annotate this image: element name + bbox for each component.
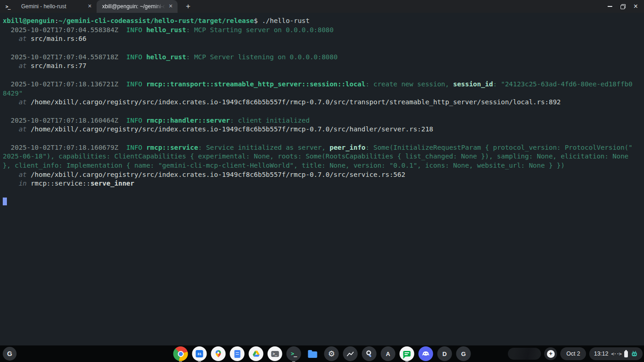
terminal-line: at src/main.rs:66 — [3, 34, 644, 44]
shelf-app-docs[interactable] — [230, 346, 245, 361]
plus-icon: + — [547, 350, 555, 358]
close-window-button[interactable]: × — [629, 0, 642, 13]
network-icon: <··> — [611, 351, 622, 357]
status-area[interactable]: 13:12 <··> — [589, 347, 643, 360]
shelf-app-activity[interactable] — [343, 346, 358, 361]
minimize-button[interactable] — [604, 0, 616, 13]
docs-icon — [234, 350, 240, 358]
tab-inactive[interactable]: Gemini - hello-rust× — [16, 0, 97, 13]
terminal-line: at src/main.rs:77 — [3, 62, 644, 71]
tab-close-button[interactable]: × — [86, 2, 94, 11]
letter-g-icon: G — [461, 351, 466, 357]
discord-icon — [422, 351, 430, 357]
terminal-line: at /home/xbill/.cargo/registry/src/index… — [3, 98, 644, 107]
terminal-line: at /home/xbill/.cargo/registry/src/index… — [3, 125, 644, 134]
shelf-app-app-g[interactable]: G — [456, 346, 471, 361]
terminal-line — [3, 44, 644, 53]
letter-a-icon: A — [386, 351, 390, 357]
restore-button[interactable] — [616, 0, 629, 13]
notification-pill[interactable] — [508, 348, 541, 360]
terminal-icon: >_ — [291, 351, 296, 357]
new-tab-button[interactable]: + — [183, 1, 193, 11]
terminal-line: in rmcp::service::serve_inner — [3, 179, 644, 188]
letter-d-icon: D — [443, 351, 447, 357]
launcher-button[interactable]: G — [3, 347, 17, 361]
shelf-app-terminal[interactable]: >_ — [287, 346, 301, 361]
drive-icon — [252, 350, 260, 357]
terminal-line: 2025-10-02T17:07:18.160679Z INFO rmcp::s… — [3, 143, 644, 153]
calendar-icon: 31 — [196, 350, 203, 357]
shelf-app-row: 31>_>_⚙ADG — [173, 346, 471, 361]
shelf-app-settings[interactable]: ⚙ — [324, 346, 339, 361]
shelf-app-app-a[interactable]: A — [381, 346, 396, 361]
maps-icon — [214, 350, 223, 358]
wrench-icon — [365, 350, 374, 358]
terminal-line — [3, 71, 644, 80]
shelf-app-drive[interactable] — [249, 346, 264, 361]
terminal-line: at /home/xbill/.cargo/registry/src/index… — [3, 170, 644, 180]
system-tray: + Oct 2 13:12 <··> — [508, 347, 643, 360]
chrome-icon — [178, 351, 184, 357]
terminal-line: 2025-10-02T17:07:04.558718Z INFO hello_r… — [3, 53, 644, 62]
crosh-terminal-icon: >_ — [271, 351, 279, 357]
shelf-app-maps[interactable] — [211, 346, 226, 361]
shelf-app-discord[interactable] — [419, 346, 433, 361]
activity-graph-icon — [346, 350, 355, 357]
screen: >_ Gemini - hello-rust×xbill@penguin: ~/… — [0, 0, 644, 362]
terminal-line: 2025-10-02T17:07:18.160464Z INFO rmcp::h… — [3, 116, 644, 125]
terminal-cursor — [3, 198, 7, 205]
shelf-app-app-d[interactable]: D — [437, 346, 452, 361]
terminal-line: }, client_info: Implementation { name: "… — [3, 161, 644, 170]
files-folder-icon — [308, 351, 317, 358]
terminal-line: 2025-06-18"), capabilities: ClientCapabi… — [3, 152, 644, 161]
terminal-output[interactable]: xbill@penguin:~/gemini-cli-codeassist/he… — [0, 13, 644, 345]
window-titlebar: >_ Gemini - hello-rust×xbill@penguin: ~/… — [0, 0, 644, 13]
terminal-line: 2025-10-02T17:07:18.136721Z INFO rmcp::t… — [3, 80, 644, 89]
shelf-app-files[interactable] — [305, 346, 320, 361]
terminal-line — [3, 188, 644, 198]
minimize-icon — [608, 6, 612, 7]
gear-icon: ⚙ — [328, 350, 335, 358]
shelf-app-chrome[interactable] — [173, 346, 188, 361]
terminal-line: xbill@penguin:~/gemini-cli-codeassist/he… — [3, 17, 644, 26]
tab-close-button[interactable]: × — [167, 2, 175, 11]
tab-label: xbill@penguin: ~/gemini-cli-codeas — [102, 3, 167, 10]
window-controls: × — [604, 0, 642, 13]
restore-icon — [621, 4, 626, 9]
vm-robot-icon — [631, 350, 638, 357]
terminal-line: 8429" — [3, 89, 644, 98]
chat-icon — [403, 351, 411, 356]
tab-label: Gemini - hello-rust — [21, 3, 86, 10]
terminal-app-icon: >_ — [0, 4, 16, 9]
shelf: G 31>_>_⚙ADG + Oct 2 13:12 <··> — [0, 345, 644, 362]
terminal-line: 2025-10-02T17:07:04.558384Z INFO hello_r… — [3, 26, 644, 35]
clock: 13:12 — [594, 351, 608, 357]
tab-strip: Gemini - hello-rust×xbill@penguin: ~/gem… — [16, 0, 178, 13]
tab-active[interactable]: xbill@penguin: ~/gemini-cli-codeas× — [97, 0, 178, 13]
tray-add-button[interactable]: + — [544, 347, 557, 360]
shelf-app-dev-tool[interactable] — [362, 346, 377, 361]
date-pill[interactable]: Oct 2 — [560, 347, 586, 360]
battery-icon — [624, 351, 628, 357]
shelf-app-calendar[interactable]: 31 — [192, 346, 207, 361]
shelf-app-crosh[interactable]: >_ — [268, 346, 282, 361]
shelf-app-chat[interactable] — [400, 346, 414, 361]
terminal-line — [3, 134, 644, 143]
terminal-line — [3, 107, 644, 116]
